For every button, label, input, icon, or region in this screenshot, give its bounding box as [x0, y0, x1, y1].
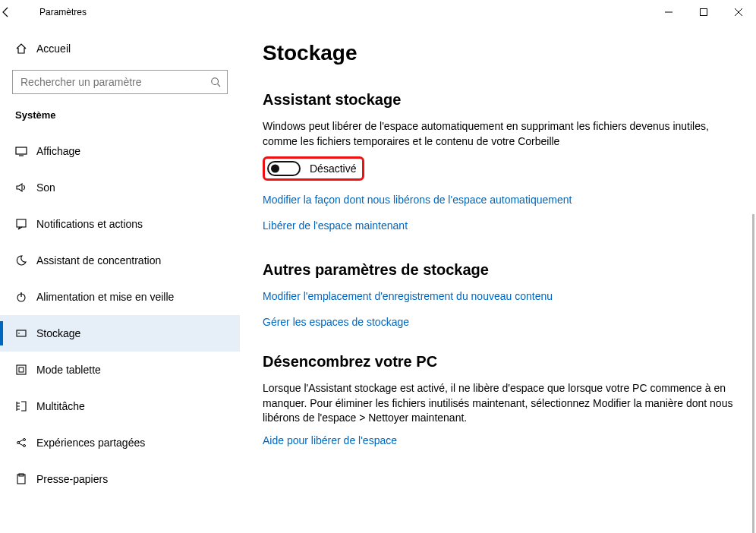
storage-icon [15, 327, 36, 339]
sidebar-item-power[interactable]: Alimentation et mise en veille [0, 279, 240, 315]
sidebar-item-home[interactable]: Accueil [0, 33, 240, 64]
svg-rect-7 [17, 365, 26, 374]
notifications-icon [15, 218, 36, 230]
sidebar-item-label: Notifications et actions [36, 218, 143, 230]
section-declutter-heading: Désencombrez votre PC [263, 353, 736, 371]
storage-sense-toggle-label: Désactivé [310, 162, 356, 175]
close-button[interactable] [721, 0, 756, 24]
clipboard-icon [15, 473, 36, 485]
link-free-up-now[interactable]: Libérer de l'espace maintenant [263, 219, 408, 232]
sidebar-item-label: Presse-papiers [36, 473, 108, 485]
search-box[interactable] [12, 70, 228, 94]
link-help-free-space[interactable]: Aide pour libérer de l'espace [263, 434, 397, 446]
storage-sense-description: Windows peut libérer de l'espace automat… [263, 119, 726, 149]
sidebar-item-label: Accueil [36, 43, 71, 55]
search-icon [210, 77, 221, 87]
svg-rect-3 [17, 219, 26, 227]
share-icon [15, 437, 36, 449]
sidebar-item-label: Assistant de concentration [36, 254, 161, 266]
sidebar-item-clipboard[interactable]: Presse-papiers [0, 461, 240, 497]
svg-rect-2 [16, 147, 27, 154]
sidebar-item-display[interactable]: Affichage [0, 133, 240, 169]
sidebar-item-label: Multitâche [36, 400, 85, 412]
content-area: Stockage Assistant stockage Windows peut… [240, 24, 756, 533]
moon-icon [15, 254, 36, 266]
window-title: Paramètres [36, 7, 87, 17]
power-icon [15, 291, 36, 303]
svg-rect-5 [17, 330, 26, 336]
sidebar-item-label: Affichage [36, 145, 80, 157]
back-button[interactable] [0, 6, 36, 18]
sidebar-group-label: Système [0, 105, 240, 133]
sidebar-item-focus-assist[interactable]: Assistant de concentration [0, 242, 240, 279]
storage-sense-toggle-row: Désactivé [263, 156, 364, 181]
svg-point-6 [18, 333, 20, 334]
link-change-free-up[interactable]: Modifier la façon dont nous libérons de … [263, 194, 572, 206]
sidebar-item-label: Alimentation et mise en veille [36, 291, 174, 303]
section-more-heading: Autres paramètres de stockage [263, 261, 736, 279]
link-manage-storage-spaces[interactable]: Gérer les espaces de stockage [263, 316, 409, 328]
search-input[interactable] [19, 75, 210, 89]
tablet-icon [15, 364, 36, 376]
sidebar: Accueil Système Affichage Son Noti [0, 24, 240, 533]
sidebar-item-tablet-mode[interactable]: Mode tablette [0, 352, 240, 388]
sidebar-item-label: Expériences partagées [36, 437, 145, 449]
section-storage-sense-heading: Assistant stockage [263, 91, 736, 109]
sidebar-item-sound[interactable]: Son [0, 169, 240, 206]
sidebar-item-storage[interactable]: Stockage [0, 315, 240, 352]
display-icon [15, 145, 36, 157]
minimize-button[interactable] [651, 0, 686, 24]
svg-point-1 [212, 78, 219, 85]
titlebar: Paramètres [0, 0, 756, 24]
maximize-button[interactable] [686, 0, 721, 24]
sidebar-item-label: Son [36, 181, 55, 194]
declutter-description: Lorsque l'Assistant stockage est activé,… [263, 381, 733, 426]
sidebar-item-label: Mode tablette [36, 364, 101, 376]
sidebar-item-label: Stockage [36, 327, 80, 339]
storage-sense-toggle[interactable] [267, 161, 301, 176]
page-title: Stockage [263, 41, 736, 65]
svg-rect-8 [19, 367, 24, 372]
home-icon [15, 43, 36, 55]
sidebar-item-shared-experiences[interactable]: Expériences partagées [0, 424, 240, 461]
scrollbar[interactable] [752, 214, 754, 533]
multitask-icon [15, 400, 36, 412]
link-change-save-location[interactable]: Modifier l'emplacement d'enregistrement … [263, 290, 553, 302]
sound-icon [15, 181, 36, 194]
sidebar-item-notifications[interactable]: Notifications et actions [0, 206, 240, 242]
svg-rect-0 [701, 9, 707, 16]
sidebar-item-multitasking[interactable]: Multitâche [0, 388, 240, 424]
